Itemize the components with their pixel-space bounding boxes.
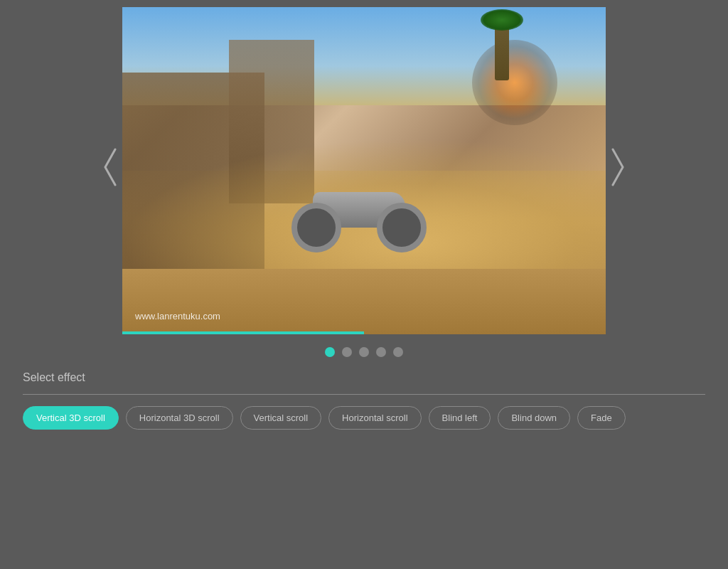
palm-tree xyxy=(495,23,509,80)
carousel-section: www.lanrentuku.com xyxy=(0,0,728,357)
dot-1[interactable] xyxy=(325,347,335,357)
moto-wheel-back xyxy=(291,203,341,252)
prev-arrow-button[interactable] xyxy=(92,124,128,210)
effect-btn-blinddown[interactable]: Blind down xyxy=(498,406,570,430)
effect-btn-vertical3d[interactable]: Vertical 3D scroll xyxy=(23,406,119,430)
effect-buttons-group: Vertical 3D scroll Horizontal 3D scroll … xyxy=(23,406,705,430)
palm-leaves xyxy=(481,9,523,31)
effect-btn-fade[interactable]: Fade xyxy=(577,406,626,430)
scene-smoke xyxy=(472,40,557,125)
effect-btn-verticalscroll[interactable]: Vertical scroll xyxy=(240,406,322,430)
effect-btn-horizontal3d[interactable]: Horizontal 3D scroll xyxy=(126,406,233,430)
effect-btn-blindleft[interactable]: Blind left xyxy=(429,406,491,430)
moto-wheel-front xyxy=(377,203,427,252)
dot-2[interactable] xyxy=(342,347,352,357)
effect-btn-horizontalscroll[interactable]: Horizontal scroll xyxy=(328,406,421,430)
dot-4[interactable] xyxy=(376,347,386,357)
image-watermark: www.lanrentuku.com xyxy=(135,311,220,321)
carousel-progress-bar xyxy=(122,331,364,334)
dot-3[interactable] xyxy=(359,347,369,357)
select-effect-label: Select effect xyxy=(23,371,705,384)
carousel-dots xyxy=(0,347,728,357)
carousel-image-wrapper: www.lanrentuku.com xyxy=(122,7,606,334)
dot-5[interactable] xyxy=(393,347,403,357)
motorcycle-figure xyxy=(291,139,434,252)
effect-divider xyxy=(23,394,705,395)
select-effect-section: Select effect Vertical 3D scroll Horizon… xyxy=(0,357,728,430)
carousel-container: www.lanrentuku.com xyxy=(0,0,728,334)
next-arrow-button[interactable] xyxy=(600,124,636,210)
carousel-image: www.lanrentuku.com xyxy=(122,7,606,334)
